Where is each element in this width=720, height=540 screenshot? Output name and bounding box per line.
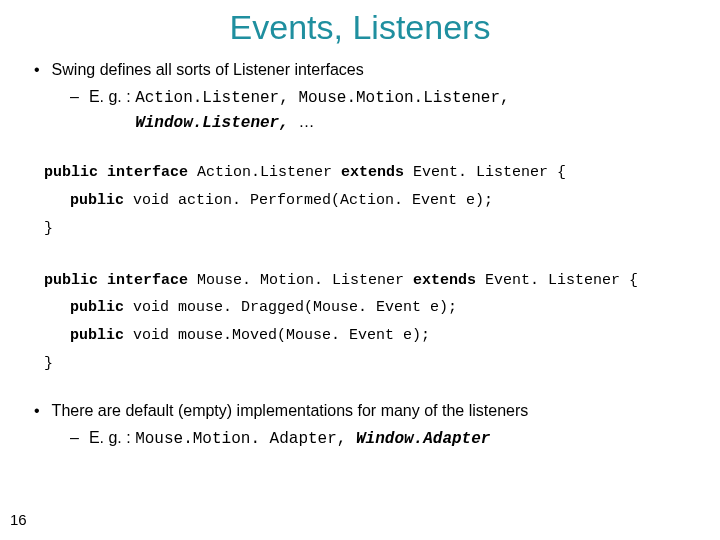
eg-prefix: E. g. : [89,88,135,105]
bullet-swing-defines: Swing defines all sorts of Listener inte… [34,61,700,79]
slide-title: Events, Listeners [0,0,720,61]
eg-prefix-2: E. g. : [89,429,135,446]
listener-names-line2: Window.Listener, [135,114,298,132]
bullet-eg-listeners: –E. g. : Action.Listener, Mouse.Motion.L… [34,85,700,135]
code-action-listener: public interface Action.Listener extends… [34,159,700,242]
code-mouse-motion-listener: public interface Mouse. Motion. Listener… [34,267,700,378]
dash-icon: – [70,88,79,105]
bullet-default-impl: There are default (empty) implementation… [34,402,700,420]
adapter-name-2: Window.Adapter [356,430,490,448]
page-number: 16 [10,511,27,528]
lower-bullets: There are default (empty) implementation… [34,402,700,451]
dash-icon: – [70,429,79,446]
slide-body: Swing defines all sorts of Listener inte… [0,61,720,451]
listener-names-line1: Action.Listener, Mouse.Motion.Listener, [135,89,509,107]
adapter-name-1: Mouse.Motion. Adapter, [135,430,356,448]
bullet-eg-adapters: –E. g. : Mouse.Motion. Adapter, Window.A… [34,426,700,451]
ellipsis: … [298,113,314,130]
